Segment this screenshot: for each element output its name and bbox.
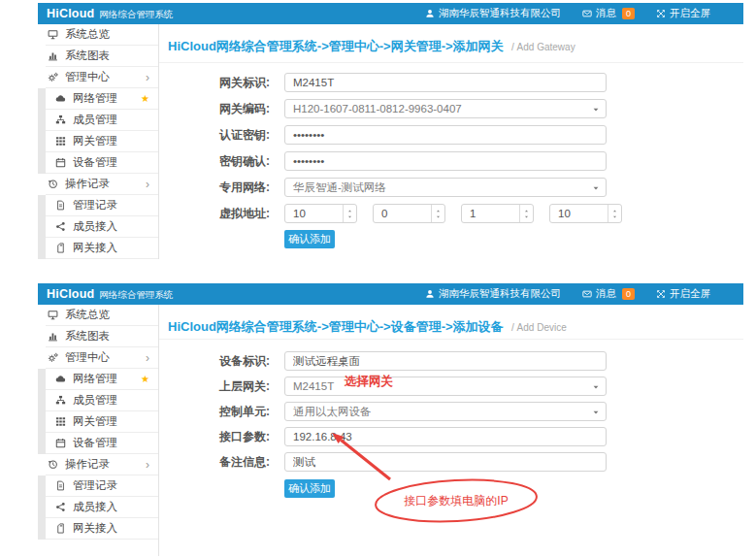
sidebar-item-system-charts[interactable]: 系统图表 (46, 46, 158, 67)
sidebar-item-gateway-management[interactable]: 网关管理 (46, 131, 158, 152)
sidebar-item-operation-records[interactable]: 操作记录› (46, 174, 158, 195)
sidebar-item-member-access[interactable]: 成员接入 (46, 497, 158, 518)
messages-label: 消息 (596, 287, 616, 301)
spinner-buttons[interactable] (519, 205, 533, 222)
sidebar-item-system-charts[interactable]: 系统图表 (46, 326, 158, 347)
device-id-label: 设备标识: (159, 353, 270, 370)
sidebar-item-network-management[interactable]: 网络管理★ (46, 369, 158, 390)
chart-icon (48, 50, 61, 62)
grid-icon (55, 136, 69, 147)
spinner-up-icon (523, 209, 530, 213)
breadcrumb-path: HiCloud网络综合管理系统->管理中心->设备管理->添加设备 (168, 319, 504, 334)
topbar-right: 湖南华辰智通科技有限公司 消息0 开启全屏 (425, 7, 710, 20)
messages-menu[interactable]: 消息0 (582, 287, 635, 301)
sidebar-item-member-management[interactable]: 成员管理 (46, 110, 158, 131)
sidebar-item-label: 成员管理 (73, 393, 117, 408)
form-row: 控制单元: 通用以太网设备 (159, 402, 743, 421)
share-icon (55, 221, 69, 233)
sidebar-item-label: 设备管理 (73, 155, 117, 170)
operation-records-submenu: 管理记录 成员接入 网关接入 (38, 475, 158, 540)
topbar: HiCloud 网络综合管理系统 湖南华辰智通科技有限公司 消息0 开启全屏 (38, 3, 743, 24)
spinner-up-icon (346, 209, 353, 213)
spinner-value: 0 (374, 208, 431, 219)
sidebar-item-gateway-access[interactable]: 网关接入 (46, 518, 158, 540)
sidebar-item-label: 成员接入 (73, 500, 117, 514)
sidebar-item-operation-records[interactable]: 操作记录› (46, 454, 158, 475)
fullscreen-toggle[interactable]: 开启全屏 (656, 287, 710, 301)
confirm-add-button[interactable]: 确认添加 (284, 230, 335, 248)
gateway-id-input[interactable] (284, 73, 607, 92)
sidebar: 系统总览 系统图表 管理中心› 网络管理★ 成员管理 网关管理 设备管理 操作记… (38, 24, 159, 259)
sidebar-item-member-management[interactable]: 成员管理 (46, 390, 158, 411)
form-row: 接口参数: (159, 427, 743, 446)
sidebar-item-label: 操作记录 (65, 457, 110, 472)
upper-gateway-select[interactable]: M2415T (284, 377, 607, 396)
spinner-down-icon (346, 214, 353, 219)
sidebar-item-label: 网关管理 (73, 414, 117, 429)
form-row: 网关编码: H120-1607-0811-0812-9963-0407 (159, 99, 743, 118)
sidebar-item-device-management[interactable]: 设备管理 (46, 433, 158, 454)
sidebar-item-network-management[interactable]: 网络管理★ (46, 88, 158, 110)
spinner-buttons[interactable] (608, 205, 621, 222)
sidebar-item-management-records[interactable]: 管理记录 (46, 475, 158, 497)
sidebar-item-management-center[interactable]: 管理中心› (46, 67, 158, 88)
spinner-up-icon (611, 209, 618, 213)
cloud-icon (55, 374, 69, 385)
auth-key-label: 认证密钥: (159, 127, 270, 144)
user-icon (425, 289, 435, 299)
sidebar-item-label: 管理中心 (65, 350, 110, 365)
confirm-add-button[interactable]: 确认添加 (284, 479, 335, 498)
form-row: 密钥确认: (159, 151, 743, 171)
form-row: 上层网关: M2415T (159, 377, 743, 396)
sidebar-item-label: 成员接入 (73, 219, 117, 234)
private-network-label: 专用网络: (159, 180, 270, 196)
vaddr-octet-2-spinner[interactable]: 0 (373, 204, 445, 223)
sidebar-item-device-management[interactable]: 设备管理 (46, 152, 158, 174)
form-row: 虚拟地址: 10 0 1 10 (159, 204, 743, 223)
vaddr-octet-3-spinner[interactable]: 1 (461, 204, 534, 223)
grid-icon (55, 416, 69, 428)
brand-name: HiCloud (47, 287, 94, 301)
sidebar-item-management-records[interactable]: 管理记录 (46, 195, 158, 216)
spinner-buttons[interactable] (431, 205, 444, 222)
topbar-right: 湖南华辰智通科技有限公司 消息0 开启全屏 (425, 287, 710, 301)
brand-name: HiCloud (47, 7, 94, 20)
spinner-buttons[interactable] (343, 205, 356, 222)
upper-gateway-label: 上层网关: (159, 378, 270, 395)
add-device-main: HiCloud网络综合管理系统->管理中心->设备管理->添加设备 / Add … (159, 305, 743, 556)
account-menu[interactable]: 湖南华辰智通科技有限公司 (425, 287, 561, 301)
form-row: 专用网络: 华辰智通-测试网络 (159, 178, 743, 197)
remark-input[interactable] (284, 452, 607, 472)
account-menu[interactable]: 湖南华辰智通科技有限公司 (425, 7, 561, 20)
gateway-code-select[interactable]: H120-1607-0811-0812-9963-0407 (284, 99, 607, 118)
vaddr-octet-4-spinner[interactable]: 10 (549, 204, 622, 223)
fullscreen-toggle[interactable]: 开启全屏 (656, 7, 710, 20)
sidebar-item-system-overview[interactable]: 系统总览 (46, 24, 158, 46)
sidebar-item-management-center[interactable]: 管理中心› (46, 347, 158, 369)
private-network-select[interactable]: 华辰智通-测试网络 (284, 178, 607, 197)
device-id-input[interactable] (284, 351, 607, 371)
sidebar-item-system-overview[interactable]: 系统总览 (46, 305, 158, 326)
breadcrumb: HiCloud网络综合管理系统->管理中心->网关管理->添加网关 / Add … (159, 24, 743, 63)
breadcrumb-subtitle: / Add Device (511, 322, 567, 333)
interface-params-input[interactable] (284, 427, 607, 446)
select-value: M2415T (293, 380, 334, 392)
add-device-form: 设备标识: 上层网关: M2415T 控制单元: 通用以太网设备 (159, 340, 743, 498)
add-gateway-form: 网关标识: 网关编码: H120-1607-0811-0812-9963-040… (159, 63, 743, 248)
chevron-right-icon: › (146, 179, 149, 190)
chevron-right-icon: › (146, 352, 149, 364)
sidebar-item-label: 网络管理 (73, 91, 117, 106)
sidebar-item-gateway-management[interactable]: 网关管理 (46, 411, 158, 433)
control-unit-select[interactable]: 通用以太网设备 (284, 402, 607, 421)
sidebar-item-gateway-access[interactable]: 网关接入 (46, 238, 158, 259)
sidebar-item-member-access[interactable]: 成员接入 (46, 216, 158, 238)
sidebar-item-label: 系统图表 (65, 49, 110, 63)
fullscreen-label: 开启全屏 (670, 287, 710, 301)
vaddr-octet-1-spinner[interactable]: 10 (284, 204, 357, 223)
auth-key-input[interactable] (284, 125, 607, 145)
key-confirm-label: 密钥确认: (159, 153, 270, 170)
key-confirm-input[interactable] (284, 151, 607, 171)
virtual-address-group: 10 0 1 10 (284, 204, 622, 223)
messages-menu[interactable]: 消息0 (582, 7, 635, 20)
add-device-window: HiCloud 网络综合管理系统 湖南华辰智通科技有限公司 消息0 开启全屏 系… (38, 283, 743, 556)
